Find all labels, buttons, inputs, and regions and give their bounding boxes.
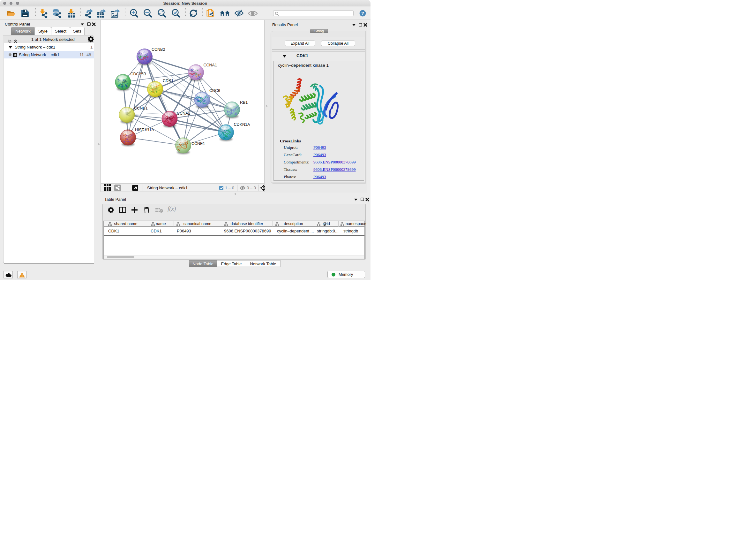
svg-text:CCNA2: CCNA2 bbox=[177, 111, 190, 116]
svg-text:CDKN1A: CDKN1A bbox=[234, 122, 250, 127]
svg-text:CDC25B: CDC25B bbox=[131, 72, 146, 76]
svg-text:CCNE1: CCNE1 bbox=[192, 141, 205, 146]
svg-text:RB1: RB1 bbox=[240, 100, 248, 105]
svg-text:CCNB2: CCNB2 bbox=[151, 47, 165, 52]
svg-text:?: ? bbox=[361, 11, 364, 16]
svg-text:CDK1: CDK1 bbox=[163, 78, 173, 83]
svg-text:CDC6: CDC6 bbox=[209, 88, 220, 93]
svg-text:CCNB1: CCNB1 bbox=[134, 106, 147, 111]
svg-text:CCNA1: CCNA1 bbox=[204, 63, 217, 67]
svg-text:HIST1H1A: HIST1H1A bbox=[135, 128, 154, 132]
